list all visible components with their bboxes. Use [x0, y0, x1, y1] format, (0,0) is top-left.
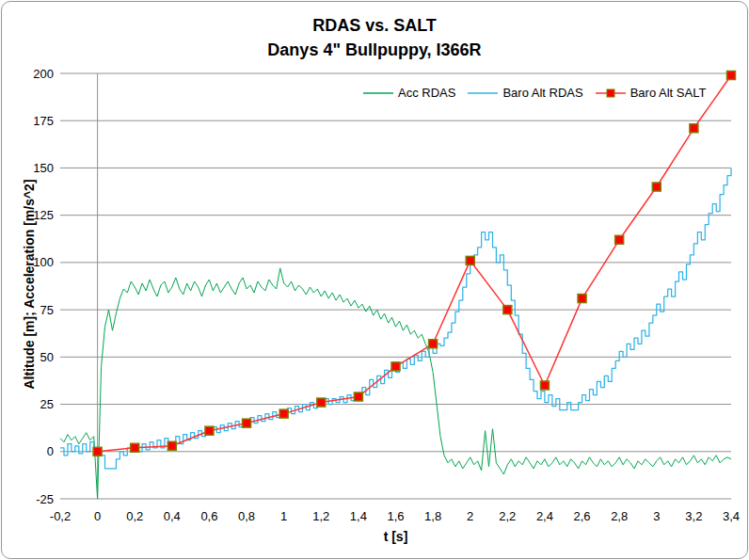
marker-baro-alt-salt[interactable]	[243, 419, 251, 427]
y-tick-label: 75	[40, 303, 54, 317]
marker-baro-alt-salt[interactable]	[93, 447, 102, 456]
marker-baro-alt-salt[interactable]	[131, 443, 139, 452]
marker-baro-alt-salt[interactable]	[391, 362, 400, 371]
legend-item-baro-alt-rdas[interactable]: Baro Alt RDAS	[467, 86, 582, 100]
x-tick-label: 0,6	[200, 509, 217, 523]
marker-baro-alt-salt[interactable]	[167, 441, 176, 450]
marker-baro-alt-salt[interactable]	[466, 256, 474, 264]
marker-baro-alt-salt[interactable]	[354, 392, 362, 401]
x-tick-label: 0,4	[164, 509, 181, 523]
marker-baro-alt-salt[interactable]	[279, 409, 288, 418]
legend-swatch-icon	[595, 88, 627, 99]
marker-baro-alt-salt[interactable]	[429, 340, 438, 348]
x-tick-label: 2,8	[611, 509, 628, 523]
legend-label: Baro Alt SALT	[630, 86, 707, 100]
x-tick-label: 1	[280, 509, 287, 523]
chart-title-line2: Danys 4" Bullpuppy, I366R	[2, 38, 747, 62]
legend-swatch-icon	[467, 88, 499, 99]
marker-baro-alt-salt[interactable]	[727, 72, 736, 80]
legend-item-acc-rdas[interactable]: Acc RDAS	[362, 86, 455, 100]
x-tick-label: 3	[653, 509, 660, 523]
legend-label: Acc RDAS	[398, 86, 455, 100]
chart-title-line1: RDAS vs. SALT	[2, 13, 747, 38]
marker-baro-alt-salt[interactable]	[578, 295, 586, 303]
x-tick-label: 1,4	[350, 509, 367, 523]
y-tick-label: 50	[40, 350, 54, 364]
series-baro-alt-rdas[interactable]	[60, 168, 731, 469]
x-tick-label: 0,8	[238, 509, 255, 523]
marker-baro-alt-salt[interactable]	[205, 426, 214, 435]
marker-baro-alt-salt[interactable]	[690, 124, 698, 133]
y-tick-label: -25	[36, 492, 54, 506]
marker-baro-alt-salt[interactable]	[615, 235, 624, 244]
legend-swatch-icon	[362, 88, 394, 99]
x-tick-label: 1,8	[424, 509, 441, 523]
marker-baro-alt-salt[interactable]	[503, 306, 512, 314]
x-tick-label: 3,2	[685, 509, 702, 523]
marker-baro-alt-salt[interactable]	[652, 183, 661, 191]
x-tick-label: 3,4	[723, 509, 740, 523]
marker-baro-alt-salt[interactable]	[540, 381, 549, 390]
x-axis-title: t [s]	[60, 529, 731, 544]
chart-container[interactable]: RDAS vs. SALT Danys 4" Bullpuppy, I366R …	[1, 1, 748, 559]
x-tick-label: 1,6	[387, 509, 404, 523]
legend: Acc RDASBaro Alt RDASBaro Alt SALT	[362, 86, 706, 100]
marker-baro-alt-salt[interactable]	[317, 398, 326, 407]
x-tick-label: 1,2	[312, 509, 329, 523]
x-tick-label: 0	[94, 509, 101, 523]
x-tick-label: 2,6	[574, 509, 591, 523]
y-tick-label: 0	[47, 444, 54, 458]
legend-item-baro-alt-salt[interactable]: Baro Alt SALT	[595, 86, 707, 100]
x-tick-label: 0,2	[126, 509, 143, 523]
x-tick-label: -0,2	[50, 509, 71, 523]
series-acc-rdas[interactable]	[60, 268, 731, 499]
y-tick-label: 25	[40, 397, 54, 411]
y-axis-title: Altitude [m]; Acceleration [m/s^2]	[22, 72, 37, 497]
legend-label: Baro Alt RDAS	[502, 86, 582, 100]
chart-title: RDAS vs. SALT Danys 4" Bullpuppy, I366R	[2, 13, 747, 62]
x-tick-label: 2	[467, 509, 473, 523]
x-tick-label: 2,2	[499, 509, 516, 523]
series-baro-alt-salt[interactable]	[98, 75, 731, 452]
x-tick-label: 2,4	[536, 509, 553, 523]
